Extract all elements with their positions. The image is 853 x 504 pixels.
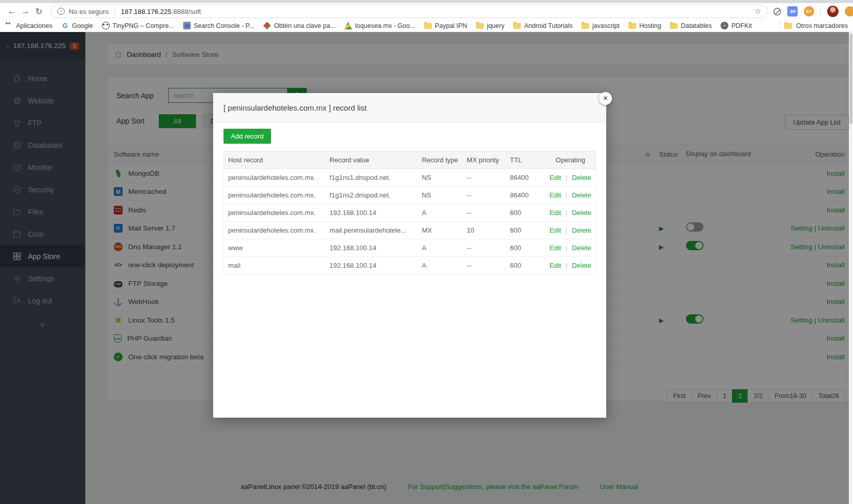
col-host-record: Host record (224, 151, 326, 169)
bookmark-item[interactable]: PDFKit (721, 22, 752, 29)
host-record-cell: www (224, 239, 326, 257)
delete-link[interactable]: Delete (572, 226, 591, 234)
bookmark-item[interactable]: Datatables (670, 22, 712, 29)
bookmark-item[interactable]: Android Tutorials (513, 22, 573, 29)
record-type-cell: A (417, 204, 462, 222)
browser-chrome: ← → ↻ i No es seguro | 187.188.176.225 :… (0, 0, 853, 32)
bookmark-item[interactable]: Hosting (628, 22, 661, 29)
forward-icon[interactable]: → (19, 6, 32, 17)
divider (820, 7, 821, 16)
bookmark-star-icon[interactable]: ☆ (755, 7, 761, 16)
link-separator: | (565, 226, 567, 234)
mx-priority-cell: -- (462, 204, 505, 222)
bookmark-label: Hosting (639, 22, 661, 29)
address-bar[interactable]: i No es seguro | 187.188.176.225 :8888/s… (51, 5, 768, 18)
col-operating: Operating (545, 151, 595, 169)
record-row: peninsulardehoteles.com.mx. mail.peninsu… (224, 222, 596, 239)
modal-body: Add record Host record Record value Reco… (213, 123, 606, 285)
record-type-cell: A (417, 257, 462, 274)
bookmark-item[interactable]: Aplicaciones (5, 22, 52, 29)
edit-link[interactable]: Edit (549, 209, 561, 217)
record-table-body: peninsulardehoteles.com.mx. f1g1ns1.dnsp… (224, 169, 596, 274)
url-host: 187.188.176.225 (121, 8, 172, 16)
edge-extension-icon[interactable] (845, 6, 853, 17)
delete-link[interactable]: Delete (572, 262, 591, 269)
host-record-cell: mail (224, 257, 326, 274)
bookmark-item[interactable]: Paypal IPN (424, 22, 468, 29)
delete-link[interactable]: Delete (572, 244, 591, 252)
record-value-cell: 192.168.100.14 (325, 257, 417, 274)
mx-priority-cell: 10 (462, 222, 505, 239)
bookmark-favicon (721, 22, 728, 29)
bookmark-favicon (102, 22, 110, 29)
bookmark-label: Android Tutorials (524, 22, 573, 29)
bookmark-label: loquesea.mx - Goo... (355, 22, 415, 29)
delete-link[interactable]: Delete (572, 191, 591, 199)
address-divider: | (114, 8, 115, 16)
bookmark-item[interactable]: jquery (476, 22, 504, 29)
bookmark-item[interactable]: loquesea.mx - Goo... (345, 22, 415, 29)
bookmark-item[interactable]: TinyPNG – Compre... (102, 22, 174, 29)
bookmark-favicon (183, 22, 191, 29)
col-ttl: TTL (506, 151, 546, 169)
other-bookmarks[interactable]: Otros marcadores (780, 22, 848, 30)
bookmark-favicon (476, 23, 484, 29)
host-record-cell: peninsulardehoteles.com.mx. (224, 169, 326, 187)
ttl-cell: 600 (506, 204, 546, 222)
bookmark-label: jquery (487, 22, 504, 29)
add-record-button[interactable]: Add record (223, 129, 271, 144)
record-value-cell: mail.peninsulardehotele... (325, 222, 417, 239)
record-row: peninsulardehoteles.com.mx. f1g1ns1.dnsp… (224, 169, 596, 187)
edit-link[interactable]: Edit (549, 226, 561, 234)
mx-priority-cell: -- (462, 239, 505, 257)
bookmark-label: Aplicaciones (16, 22, 52, 29)
operating-cell: Edit | Delete (545, 257, 595, 274)
record-type-cell: NS (417, 187, 462, 204)
delete-link[interactable]: Delete (572, 209, 591, 217)
link-separator: | (565, 191, 567, 199)
host-record-cell: peninsulardehoteles.com.mx. (224, 222, 326, 239)
operating-cell: Edit | Delete (545, 187, 595, 204)
col-mx-priority: MX priority (462, 151, 505, 169)
col-record-type: Record type (417, 151, 462, 169)
edit-link[interactable]: Edit (549, 174, 561, 181)
bookmark-label: javascript (592, 22, 620, 29)
divider (780, 22, 780, 30)
bookmark-label: PDFKit (731, 22, 752, 29)
record-value-cell: 192.168.100.14 (325, 239, 417, 257)
bookmark-favicon (61, 22, 69, 29)
bookmark-item[interactable]: Google (61, 22, 93, 29)
bookmark-favicon (581, 23, 589, 29)
reload-icon[interactable]: ↻ (32, 6, 46, 17)
edit-link[interactable]: Edit (549, 262, 561, 269)
record-value-cell: f1g1ns1.dnspod.net. (325, 169, 417, 187)
host-record-cell: peninsulardehoteles.com.mx. (224, 187, 326, 204)
back-icon[interactable]: ← (5, 6, 19, 17)
record-type-cell: NS (417, 169, 462, 187)
operating-cell: Edit | Delete (545, 239, 595, 257)
jh-extension-icon[interactable]: JH (787, 6, 798, 17)
bookmark-label: TinyPNG – Compre... (113, 22, 174, 29)
bookmark-favicon (670, 23, 678, 29)
bookmark-label: Search Console - P... (194, 22, 255, 29)
cplus-extension-icon[interactable]: C+ (804, 6, 814, 17)
blocker-extension-icon[interactable] (773, 8, 781, 16)
bookmark-item[interactable]: Search Console - P... (183, 22, 255, 29)
edit-link[interactable]: Edit (549, 191, 561, 199)
page-scrollbar[interactable] (849, 32, 853, 504)
record-row: peninsulardehoteles.com.mx. 192.168.100.… (224, 204, 596, 222)
bookmark-item[interactable]: javascript (581, 22, 620, 29)
mx-priority-cell: -- (462, 169, 505, 187)
record-table: Host record Record value Record type MX … (223, 151, 596, 274)
ttl-cell: 600 (506, 257, 546, 274)
operating-cell: Edit | Delete (545, 169, 595, 187)
delete-link[interactable]: Delete (572, 174, 591, 181)
profile-avatar[interactable] (827, 6, 839, 17)
info-icon[interactable]: i (57, 8, 65, 15)
bookmark-favicon (628, 23, 636, 29)
scrollbar-thumb[interactable] (849, 34, 852, 124)
edit-link[interactable]: Edit (549, 244, 561, 252)
record-table-header: Host record Record value Record type MX … (224, 151, 596, 169)
close-icon[interactable]: ✕ (599, 92, 612, 105)
bookmark-item[interactable]: Obtén una clave pa... (263, 22, 336, 29)
